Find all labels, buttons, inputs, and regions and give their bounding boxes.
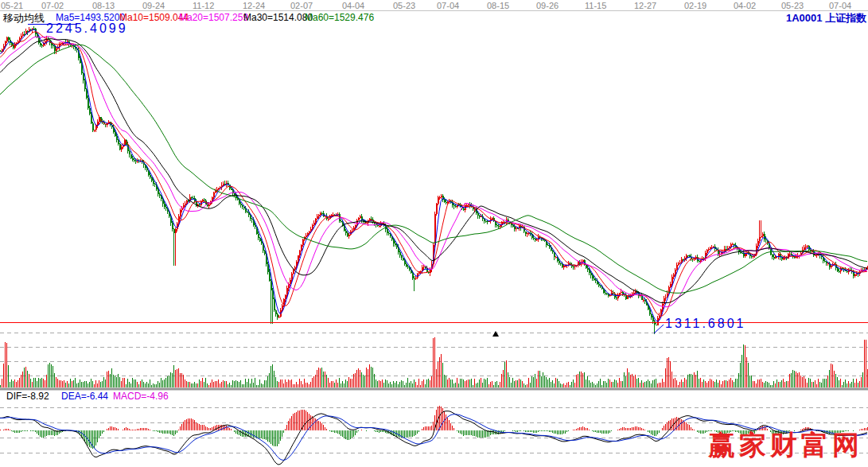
volume-bar (859, 381, 860, 387)
event-marker-triangle-icon[interactable] (492, 331, 499, 337)
candle-body (773, 257, 775, 259)
indicator-title[interactable]: 移动均线 (3, 11, 45, 25)
candle-body (420, 271, 422, 272)
candle-body (589, 270, 590, 273)
volume-bar (323, 372, 324, 387)
candle-body (463, 208, 465, 210)
candle-body (554, 252, 555, 257)
volume-bar (150, 379, 150, 387)
volume-bar (706, 383, 707, 387)
candle-body (535, 239, 536, 241)
volume-bar (819, 382, 820, 387)
trough-pointer-line[interactable] (654, 325, 664, 333)
volume-bar (568, 382, 569, 387)
volume-bar (694, 372, 695, 387)
volume-bar (49, 363, 50, 387)
candle-body (132, 158, 134, 160)
volume-bar (269, 373, 270, 387)
volume-bar (514, 381, 515, 387)
volume-bar (662, 379, 663, 387)
volume-bar (646, 381, 647, 387)
volume-bar (336, 379, 337, 387)
volume-bar (657, 383, 658, 387)
volume-bar (72, 381, 72, 387)
volume-bar (555, 378, 556, 387)
volume-bar (14, 379, 15, 387)
volume-bar (43, 379, 44, 387)
volume-bar (266, 380, 267, 387)
volume-bar (80, 379, 80, 387)
volume-bar (788, 381, 788, 387)
volume-bar (710, 379, 710, 387)
candle-body (527, 233, 528, 234)
symbol-name: 上证指数 (825, 12, 866, 24)
candle-body (315, 219, 317, 223)
volume-bar (379, 380, 380, 387)
candle-body (341, 221, 342, 223)
volume-bar (812, 382, 812, 387)
volume-bar (560, 383, 561, 387)
volume-bar (684, 378, 685, 387)
volume-bar (369, 364, 370, 387)
candle-body (344, 226, 345, 231)
volume-bar (781, 380, 782, 387)
volume-bar (341, 383, 341, 387)
symbol-title[interactable]: 1A0001 上证指数 (786, 11, 866, 25)
macd-value-label: DIF=-8.92 (6, 391, 49, 402)
volume-bar (578, 374, 578, 387)
volume-bar (632, 374, 633, 387)
candle-body (60, 43, 62, 44)
volume-bar (399, 382, 400, 387)
volume-bar (746, 357, 747, 387)
volume-bar (376, 379, 376, 387)
volume-bar (692, 375, 693, 387)
volume-bar (383, 383, 384, 387)
volume-bar (161, 378, 162, 387)
volume-bar (810, 379, 811, 387)
volume-bar (123, 378, 123, 387)
volume-bar (815, 380, 815, 387)
volume-bar (702, 382, 703, 387)
volume-bar (633, 376, 634, 387)
volume-bar (446, 376, 446, 387)
candle-body (496, 225, 498, 226)
volume-bar (508, 372, 508, 387)
volume-bar (724, 380, 725, 387)
volume-bar (64, 380, 64, 387)
volume-bar (81, 382, 82, 387)
volume-bar (27, 371, 28, 387)
candle-body (62, 43, 64, 44)
volume-bar (200, 381, 201, 387)
volume-bar (687, 375, 688, 387)
volume-bar (194, 382, 195, 387)
volume-bar (363, 375, 364, 387)
volume-bar (169, 376, 169, 387)
candle-body (118, 140, 119, 144)
volume-bar (318, 368, 319, 387)
candle-body (91, 114, 92, 123)
candle-body (290, 280, 291, 284)
volume-bar (468, 379, 469, 387)
candle-body (318, 215, 320, 216)
volume-bar (259, 379, 260, 387)
candle-body (629, 297, 630, 298)
volume-bar (629, 372, 629, 387)
candle-body (759, 237, 761, 241)
volume-bar (315, 375, 316, 387)
volume-bar (151, 385, 152, 387)
volume-bar (57, 379, 58, 387)
volume-bar (570, 385, 570, 387)
volume-bar (735, 379, 736, 387)
volume-bar (773, 381, 774, 387)
volume-bar (239, 382, 239, 387)
volume-bar (118, 374, 119, 387)
candle-body (487, 221, 488, 222)
candle-body (396, 245, 398, 247)
candle-body (261, 241, 263, 243)
candle-body (699, 261, 700, 262)
volume-bar (519, 379, 520, 387)
volume-bar (247, 382, 247, 387)
volume-bar (528, 378, 529, 387)
volume-bar (135, 379, 136, 387)
volume-bar (188, 382, 189, 387)
